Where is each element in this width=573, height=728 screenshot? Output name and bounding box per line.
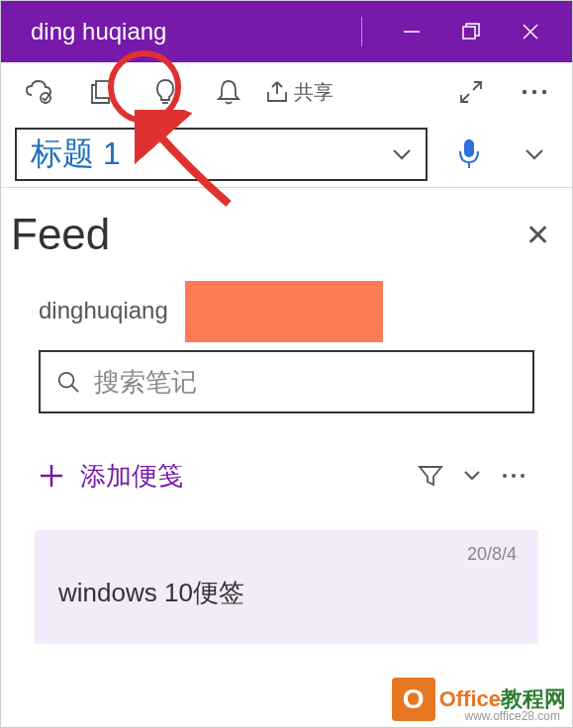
svg-rect-5 <box>96 81 113 98</box>
user-name: dinghuqiang <box>39 297 168 324</box>
svg-point-16 <box>503 474 507 478</box>
svg-point-7 <box>523 90 526 94</box>
feed-panel: Feed ✕ dinghuqiang 添加便笺 20/8/4 windows 1… <box>1 187 572 644</box>
plus-icon <box>39 463 64 489</box>
filter-icon <box>418 464 443 488</box>
share-icon <box>264 79 290 105</box>
close-icon <box>521 22 540 42</box>
svg-point-18 <box>521 474 525 478</box>
redaction-block <box>185 281 383 342</box>
notifications-button[interactable] <box>201 64 256 120</box>
share-label: 共享 <box>294 79 334 106</box>
microphone-icon <box>457 137 481 171</box>
insights-button[interactable] <box>138 64 193 120</box>
ellipsis-icon <box>501 472 526 480</box>
cloud-sync-icon <box>24 77 53 107</box>
svg-line-13 <box>72 386 78 392</box>
toolbar: 共享 <box>1 62 572 122</box>
fullscreen-button[interactable] <box>443 64 499 120</box>
filter-dropdown[interactable] <box>451 455 493 497</box>
dictate-button[interactable] <box>445 131 493 178</box>
minimize-icon <box>402 22 422 42</box>
heading-style-label: 标题 1 <box>31 133 121 176</box>
heading-style-dropdown[interactable]: 标题 1 <box>15 128 428 181</box>
watermark-logo: O <box>392 678 435 721</box>
maximize-icon <box>462 23 480 41</box>
dictate-dropdown[interactable] <box>511 131 558 178</box>
note-date: 20/8/4 <box>467 544 517 565</box>
add-note-label: 添加便笺 <box>80 459 183 494</box>
titlebar: ding huqiang <box>1 1 572 62</box>
close-button[interactable] <box>501 1 560 62</box>
actions-row: 添加便笺 <box>1 431 572 522</box>
sticky-notes-button[interactable] <box>74 64 130 120</box>
chevron-down-icon <box>525 147 544 161</box>
svg-point-8 <box>532 90 536 94</box>
svg-point-4 <box>41 93 50 103</box>
watermark-url: www.office28.com <box>465 709 561 723</box>
window-title: ding huqiang <box>13 18 341 46</box>
lightbulb-icon <box>152 77 178 107</box>
titlebar-divider <box>361 17 362 46</box>
maximize-button[interactable] <box>441 1 501 62</box>
bell-icon <box>216 77 241 107</box>
ellipsis-icon <box>521 88 548 96</box>
search-row <box>1 340 572 431</box>
svg-point-17 <box>512 474 516 478</box>
sticky-notes-icon <box>87 77 117 107</box>
note-title: windows 10便签 <box>58 576 515 610</box>
feed-header: Feed ✕ <box>1 202 572 277</box>
stylebar: 标题 1 <box>1 122 572 187</box>
svg-rect-1 <box>463 27 475 39</box>
svg-point-12 <box>59 373 74 388</box>
expand-icon <box>457 78 485 106</box>
note-card[interactable]: 20/8/4 windows 10便签 <box>35 530 538 644</box>
chevron-down-icon <box>463 470 481 482</box>
svg-rect-10 <box>464 139 474 157</box>
search-icon <box>56 369 80 395</box>
search-box[interactable] <box>39 350 534 413</box>
add-note-button[interactable]: 添加便笺 <box>39 459 183 494</box>
feed-more-button[interactable] <box>493 455 534 497</box>
search-input[interactable] <box>94 367 517 398</box>
share-button[interactable]: 共享 <box>264 79 334 106</box>
minimize-button[interactable] <box>382 1 441 62</box>
user-row: dinghuqiang <box>1 277 572 340</box>
feed-title: Feed <box>11 210 110 259</box>
filter-button[interactable] <box>410 455 451 497</box>
feed-close-button[interactable]: ✕ <box>525 218 550 252</box>
svg-point-9 <box>542 90 546 94</box>
more-button[interactable] <box>507 64 562 120</box>
chevron-down-icon <box>392 147 412 161</box>
sync-button[interactable] <box>11 64 66 120</box>
